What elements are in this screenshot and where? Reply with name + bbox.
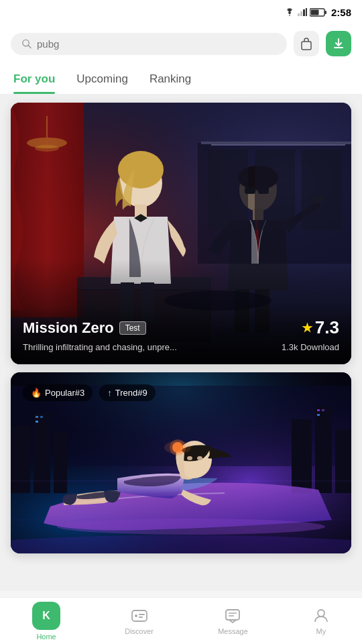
svg-rect-55 — [317, 409, 320, 411]
message-icon — [224, 607, 241, 625]
svg-rect-5 — [324, 11, 326, 14]
nav-item-discover[interactable]: Discover — [111, 602, 167, 641]
svg-rect-50 — [315, 406, 332, 493]
badge-popular: 🔥 Popular#3 — [23, 384, 93, 401]
svg-rect-49 — [292, 419, 312, 493]
svg-rect-46 — [11, 426, 30, 493]
card-downloads: 1.3k Download — [282, 342, 339, 352]
nav-item-message[interactable]: Message — [204, 602, 261, 641]
nav-item-home[interactable]: K Home — [19, 596, 74, 645]
svg-rect-0 — [298, 13, 300, 16]
card-rating: ★ 7.3 — [302, 317, 339, 338]
svg-rect-71 — [139, 616, 143, 618]
download-icon — [332, 37, 345, 50]
svg-point-75 — [318, 610, 324, 616]
svg-rect-56 — [322, 409, 324, 411]
svg-rect-2 — [303, 9, 305, 16]
svg-rect-53 — [40, 416, 43, 418]
home-icon: K — [32, 602, 60, 630]
game-card-mission-zero[interactable]: Mission Zero Test ★ 7.3 Thrilling infilt… — [11, 103, 351, 364]
card-description: Thrilling infiltrating and chasing, unpr… — [23, 342, 177, 352]
nav-label-discover: Discover — [125, 627, 154, 635]
time-display: 2:58 — [331, 7, 351, 18]
svg-rect-9 — [302, 42, 311, 50]
bag-button[interactable] — [294, 31, 319, 56]
nav-item-my[interactable]: My — [299, 602, 343, 641]
card-title: Mission Zero Test — [23, 319, 146, 337]
battery-icon — [310, 8, 327, 17]
tab-ranking[interactable]: Ranking — [149, 63, 191, 94]
test-badge: Test — [119, 321, 146, 335]
nav-label-message: Message — [218, 627, 248, 635]
svg-point-61 — [187, 456, 192, 460]
svg-rect-3 — [306, 8, 307, 16]
wifi-icon — [284, 8, 295, 16]
svg-rect-1 — [300, 11, 302, 16]
nav-label-my: My — [316, 627, 326, 635]
svg-rect-72 — [226, 610, 239, 620]
bottom-nav: K Home Discover Message My — [0, 597, 362, 644]
search-bar — [0, 24, 362, 63]
svg-line-8 — [28, 46, 31, 48]
tab-for-you[interactable]: For you — [13, 63, 55, 94]
svg-rect-70 — [139, 614, 145, 615]
card-overlay: Mission Zero Test ★ 7.3 Thrilling infilt… — [11, 307, 351, 364]
status-icons — [284, 8, 327, 17]
tabs: For you Upcoming Ranking — [0, 63, 362, 95]
svg-point-69 — [135, 614, 137, 617]
search-input-wrap[interactable] — [11, 33, 287, 55]
svg-point-62 — [197, 456, 202, 460]
download-button[interactable] — [326, 31, 351, 56]
trend-icon: ↑ — [107, 388, 112, 398]
signal-icon — [298, 8, 307, 16]
badge-row: 🔥 Popular#3 ↑ Trend#9 — [23, 384, 156, 401]
nav-label-home: Home — [36, 633, 56, 641]
star-icon: ★ — [302, 321, 312, 335]
svg-point-58 — [57, 519, 325, 535]
svg-rect-57 — [317, 414, 320, 416]
content-area: Mission Zero Test ★ 7.3 Thrilling infilt… — [0, 95, 362, 591]
discover-icon — [131, 607, 148, 625]
svg-point-65 — [164, 441, 191, 454]
badge-trend: ↑ Trend#9 — [99, 384, 155, 401]
bag-icon — [300, 37, 313, 50]
svg-rect-6 — [310, 9, 318, 15]
search-input[interactable] — [37, 38, 276, 50]
fire-icon: 🔥 — [31, 388, 42, 398]
svg-rect-68 — [132, 610, 147, 621]
svg-rect-48 — [54, 433, 67, 493]
status-bar: 2:58 — [0, 0, 362, 24]
svg-rect-54 — [36, 421, 38, 423]
tab-upcoming[interactable]: Upcoming — [76, 63, 128, 94]
my-icon — [312, 607, 330, 625]
game-card-cyber[interactable]: 🔥 Popular#3 ↑ Trend#9 — [11, 372, 351, 553]
search-icon — [21, 38, 32, 49]
svg-rect-52 — [36, 416, 38, 418]
svg-rect-51 — [335, 429, 351, 493]
